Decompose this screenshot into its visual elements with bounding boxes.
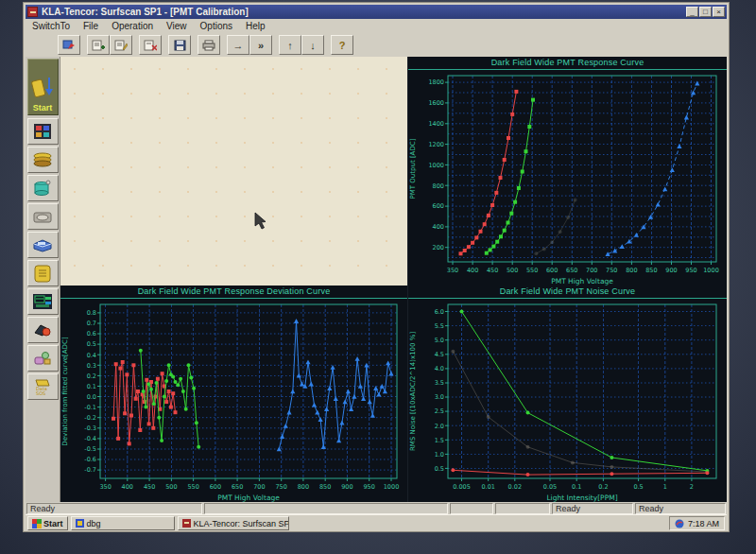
svg-text:500: 500 — [507, 267, 518, 274]
svg-text:PMT High Voltage: PMT High Voltage — [217, 493, 280, 502]
svg-text:PMT High Voltage: PMT High Voltage — [551, 277, 613, 286]
task-dbg-label: dbg — [87, 519, 101, 528]
svg-text:800: 800 — [433, 182, 444, 190]
fast-forward-button[interactable]: » — [249, 35, 272, 55]
svg-text:0.2: 0.2 — [598, 483, 608, 491]
close-button[interactable]: × — [713, 7, 725, 17]
task-kla[interactable]: KLA-Tencor: Surfscan SP... — [178, 516, 289, 530]
svg-text:0.3: 0.3 — [87, 362, 96, 370]
start-scan-button[interactable]: Start — [27, 59, 59, 115]
svg-text:400: 400 — [122, 483, 133, 491]
svg-text:-0.7: -0.7 — [84, 466, 96, 474]
svg-text:-0.5: -0.5 — [84, 445, 96, 453]
start-label: Start — [33, 103, 53, 113]
menu-help[interactable]: Help — [239, 21, 272, 31]
move-up-button[interactable]: ↑ — [279, 35, 301, 55]
svg-text:0.4: 0.4 — [87, 352, 96, 359]
svg-text:850: 850 — [319, 483, 331, 491]
data-sos-button[interactable]: DataSOS — [27, 373, 59, 400]
svg-text:900: 900 — [665, 267, 677, 274]
deviation-chart-title: Dark Field Wide PMT Response Deviation C… — [60, 286, 407, 299]
menu-operation[interactable]: Operation — [105, 21, 160, 31]
svg-text:2: 2 — [690, 483, 694, 491]
svg-text:1000: 1000 — [428, 162, 444, 169]
menu-switchto[interactable]: SwitchTo — [26, 21, 77, 31]
task-dbg[interactable]: dbg — [71, 516, 175, 530]
scanner-button[interactable] — [27, 232, 59, 258]
arrow-up-icon: ↑ — [287, 40, 293, 51]
svg-text:0.005: 0.005 — [453, 483, 471, 491]
svg-text:0.5: 0.5 — [633, 483, 643, 491]
app-icon — [27, 7, 38, 17]
help-button[interactable]: ? — [331, 35, 353, 55]
tray-icon[interactable] — [675, 519, 684, 528]
svg-text:-0.4: -0.4 — [84, 435, 96, 442]
recipe-new-button[interactable] — [87, 35, 110, 55]
pointer-tool-button[interactable] — [27, 317, 59, 343]
recipe-delete-button[interactable] — [139, 35, 162, 55]
arrow-right-icon: → — [233, 40, 244, 51]
cassette-button[interactable] — [27, 203, 59, 230]
svg-text:-0.3: -0.3 — [84, 424, 96, 432]
menu-view[interactable]: View — [160, 21, 194, 31]
wafer-stack-button[interactable] — [27, 147, 59, 173]
data-sos-icon: DataSOS — [33, 378, 52, 396]
save-button[interactable] — [168, 35, 191, 55]
step-forward-button[interactable]: → — [227, 35, 249, 55]
svg-text:Deviation from fitted curve[AD: Deviation from fitted curve[ADC] — [61, 337, 69, 446]
svg-text:2.0: 2.0 — [435, 423, 444, 430]
switch-view-button[interactable] — [58, 35, 80, 55]
title-bar[interactable]: KLA-Tencor: Surfscan SP1 - [PMT Calibrat… — [26, 5, 727, 19]
svg-text:350: 350 — [99, 483, 111, 491]
menu-bar: SwitchTo File Operation View Options Hel… — [26, 19, 727, 34]
deviation-chart: 3504004505005506006507007508008509009501… — [60, 298, 407, 502]
dbg-icon — [76, 519, 84, 528]
svg-text:0.1: 0.1 — [87, 383, 96, 390]
hand-tool-icon — [33, 321, 52, 338]
svg-text:-0.1: -0.1 — [84, 404, 96, 411]
menu-file[interactable]: File — [77, 21, 105, 31]
svg-text:RMS Noise [(10xADC/2^14)x100 %: RMS Noise [(10xADC/2^14)x100 %] — [409, 332, 417, 451]
svg-text:0.0: 0.0 — [87, 393, 96, 401]
svg-text:0.5: 0.5 — [435, 465, 444, 473]
svg-text:500: 500 — [165, 483, 177, 491]
menu-options[interactable]: Options — [194, 21, 239, 31]
svg-text:4.0: 4.0 — [435, 365, 444, 372]
network-button[interactable] — [27, 288, 59, 315]
start-menu-label: Start — [43, 519, 63, 528]
mouse-cursor — [254, 212, 266, 230]
database-icon — [33, 180, 52, 198]
calibration-tools-button[interactable] — [27, 345, 59, 372]
svg-text:700: 700 — [253, 483, 265, 491]
report-button[interactable] — [27, 260, 59, 286]
svg-text:6.0: 6.0 — [435, 308, 444, 316]
svg-text:350: 350 — [447, 267, 458, 274]
task-kla-label: KLA-Tencor: Surfscan SP... — [194, 519, 289, 528]
maximize-button[interactable]: □ — [699, 7, 712, 17]
work-area-panel[interactable] — [60, 57, 408, 286]
status-ready-right: Ready — [635, 503, 726, 514]
svg-text:650: 650 — [232, 483, 243, 491]
svg-text:1000: 1000 — [384, 483, 400, 491]
start-menu-button[interactable]: Start — [27, 516, 68, 530]
scroll-icon — [34, 264, 51, 283]
svg-text:0.5: 0.5 — [87, 340, 96, 348]
svg-text:950: 950 — [685, 267, 696, 274]
recipe-manager-button[interactable] — [27, 118, 59, 145]
system-tray: 7:18 AM — [669, 516, 725, 530]
response-chart-title: Dark Field Wide PMT Response Curve — [408, 57, 727, 70]
recipe-delete-icon — [144, 40, 157, 51]
svg-text:950: 950 — [363, 483, 374, 491]
database-button[interactable] — [27, 175, 59, 201]
move-down-button[interactable]: ↓ — [301, 35, 324, 55]
recipe-edit-button[interactable] — [110, 35, 132, 55]
svg-text:0.01: 0.01 — [481, 483, 494, 491]
status-panel-1 — [204, 503, 448, 514]
svg-text:600: 600 — [433, 202, 444, 210]
network-monitor-icon — [32, 293, 53, 310]
minimize-button[interactable]: _ — [686, 7, 698, 17]
arrow-down-icon: ↓ — [310, 40, 316, 51]
print-button[interactable] — [198, 35, 220, 55]
svg-text:1200: 1200 — [428, 141, 444, 148]
svg-text:750: 750 — [275, 483, 286, 491]
